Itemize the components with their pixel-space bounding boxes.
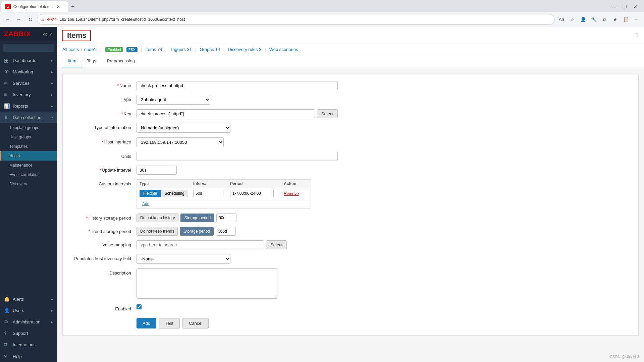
populates-inventory-select[interactable]: -None- bbox=[137, 254, 230, 264]
sidebar-item-dashboards[interactable]: ▦ Dashboards ▸ bbox=[0, 55, 57, 66]
sidebar-item-inventory-label: Inventory bbox=[13, 92, 31, 97]
profile-button[interactable]: 👤 bbox=[578, 15, 588, 24]
interval-input-0[interactable] bbox=[193, 190, 223, 197]
sidebar-sub-item-maintenance[interactable]: Maintenance bbox=[0, 161, 57, 170]
search-input[interactable] bbox=[3, 44, 54, 52]
test-button[interactable]: Test bbox=[159, 318, 180, 328]
history-no-keep-button[interactable]: Do not keep history bbox=[137, 214, 178, 222]
scheduling-button[interactable]: Scheduling bbox=[161, 190, 188, 197]
history-storage-period-button[interactable]: Storage period bbox=[180, 214, 214, 222]
sidebar-sub-item-template-groups[interactable]: Template groups bbox=[0, 123, 57, 132]
history-storage-label: *History storage period bbox=[69, 214, 137, 221]
sidebar-item-services[interactable]: ≡ Services ▸ bbox=[0, 77, 57, 89]
sidebar-item-support[interactable]: ? Support bbox=[0, 327, 57, 339]
history-storage-value-input[interactable] bbox=[216, 214, 236, 222]
help-question-icon[interactable]: ? bbox=[635, 32, 639, 39]
trend-storage-value-input[interactable] bbox=[216, 227, 236, 236]
breadcrumb-triggers-link[interactable]: Triggers 31 bbox=[170, 47, 192, 52]
top-bar: Items ? bbox=[57, 27, 644, 44]
update-interval-label: *Update interval bbox=[69, 166, 137, 173]
collapse-icon[interactable]: ≪ bbox=[43, 32, 48, 37]
breadcrumb-all-hosts[interactable]: All hosts bbox=[62, 47, 79, 52]
sidebar-item-data-collection[interactable]: ⬇ Data collection ▾ bbox=[0, 112, 57, 123]
custom-intervals-label: Custom intervals bbox=[69, 179, 137, 186]
extensions-button[interactable]: 🔧 bbox=[589, 15, 598, 24]
back-button[interactable]: ← bbox=[3, 15, 12, 24]
name-input[interactable] bbox=[137, 81, 338, 90]
sidebar-item-integrations[interactable]: ⧉ Integrations bbox=[0, 339, 57, 351]
sidebar-sub-item-event-correlation[interactable]: Event correlation bbox=[0, 170, 57, 179]
key-input[interactable] bbox=[137, 109, 315, 118]
breadcrumb-divider-4: | bbox=[195, 47, 196, 52]
breadcrumb-web-scenarios-link[interactable]: Web scenarios bbox=[269, 47, 298, 52]
tab-tags[interactable]: Tags bbox=[82, 55, 101, 67]
discovery-label: Discovery bbox=[9, 182, 27, 186]
value-mapping-input[interactable] bbox=[137, 240, 264, 249]
units-label: Units bbox=[69, 152, 137, 159]
period-input-0[interactable] bbox=[230, 190, 274, 197]
administration-icon: ⚙ bbox=[4, 319, 10, 324]
tab-preprocessing[interactable]: Preprocessing bbox=[102, 55, 140, 67]
add-interval-link[interactable]: Add bbox=[140, 200, 152, 208]
favorites-button[interactable]: ★ bbox=[610, 15, 620, 24]
sidebar-sub-item-hosts[interactable]: Hosts bbox=[0, 151, 57, 161]
sidebar-item-administration[interactable]: ⚙ Administration ▸ bbox=[0, 316, 57, 327]
value-mapping-select-button[interactable]: Select bbox=[266, 240, 287, 249]
tab-close-icon[interactable]: ✕ bbox=[57, 4, 60, 9]
sidebar-item-reports[interactable]: 📊 Reports ▸ bbox=[0, 100, 57, 112]
breadcrumb-discovery-rules-link[interactable]: Discovery rules 3 bbox=[228, 47, 262, 52]
reader-mode-button[interactable]: Aa bbox=[557, 15, 566, 24]
sidebar-item-monitoring[interactable]: 👁 Monitoring ▸ bbox=[0, 66, 57, 77]
sidebar-item-help[interactable]: ? Help bbox=[0, 351, 57, 362]
sidebar-item-monitoring-label: Monitoring bbox=[13, 69, 33, 74]
bookmark-button[interactable]: ☆ bbox=[568, 15, 577, 24]
tab-item[interactable]: Item bbox=[62, 55, 82, 67]
forward-button[interactable]: → bbox=[14, 15, 23, 24]
description-textarea[interactable] bbox=[137, 268, 277, 299]
sidebar-sub-item-templates[interactable]: Templates bbox=[0, 142, 57, 151]
remove-link-0[interactable]: Remove bbox=[284, 191, 299, 196]
populates-inventory-label: Populates host inventory field bbox=[69, 254, 137, 261]
type-select[interactable]: Zabbix agent bbox=[137, 95, 210, 105]
update-interval-input[interactable] bbox=[137, 166, 177, 175]
key-select-button[interactable]: Select bbox=[317, 109, 338, 118]
name-label: *Name bbox=[69, 81, 137, 88]
reload-button[interactable]: ↻ bbox=[25, 15, 35, 24]
type-of-info-select[interactable]: Numeric (unsigned) bbox=[137, 123, 230, 133]
cancel-button[interactable]: Cancel bbox=[182, 318, 209, 328]
sidebar-sub-item-discovery[interactable]: Discovery bbox=[0, 179, 57, 189]
trend-storage-period-button[interactable]: Storage period bbox=[180, 227, 214, 236]
data-collection-arrow: ▾ bbox=[51, 116, 53, 119]
address-text[interactable]: 192.168.159.141/items.php?form=create&ho… bbox=[60, 17, 550, 22]
minimize-button[interactable]: — bbox=[609, 2, 619, 11]
sidebar-item-integrations-label: Integrations bbox=[13, 342, 36, 347]
sidebar: ZABBIX ≪ ⤢ ▦ Dashboards ▸ 👁 Monitoring ▸… bbox=[0, 27, 57, 362]
close-browser-button[interactable]: ✕ bbox=[631, 2, 640, 11]
sidebar-item-inventory[interactable]: ≡ Inventory ▸ bbox=[0, 89, 57, 100]
intervals-header: Type Interval Period Action bbox=[137, 180, 311, 188]
enabled-checkbox[interactable] bbox=[137, 304, 142, 309]
add-interval-row: Add bbox=[137, 199, 311, 208]
maximize-button[interactable]: ❐ bbox=[620, 2, 629, 11]
collections-button[interactable]: 📋 bbox=[621, 15, 631, 24]
units-input[interactable] bbox=[137, 152, 338, 161]
sidebar-item-alerts[interactable]: 🔔 Alerts ▸ bbox=[0, 293, 57, 305]
sidebar-sub-item-host-groups[interactable]: Host groups bbox=[0, 132, 57, 142]
more-options-button[interactable]: ··· bbox=[632, 15, 641, 24]
breadcrumb-zbx-badge: ZBX bbox=[126, 47, 138, 52]
breadcrumb-node[interactable]: node1 bbox=[84, 47, 96, 52]
zabbix-logo[interactable]: ZABBIX bbox=[4, 30, 31, 38]
new-tab-button[interactable]: + bbox=[68, 3, 77, 10]
add-button[interactable]: Add bbox=[137, 318, 156, 328]
sidebar-item-users[interactable]: 👤 Users ▸ bbox=[0, 305, 57, 316]
expand-icon[interactable]: ⤢ bbox=[49, 32, 53, 37]
host-interface-select[interactable]: 192.168.159.147:10050 bbox=[137, 137, 224, 147]
security-warning-icon: ⚠ bbox=[41, 17, 45, 22]
flexible-button[interactable]: Flexible bbox=[140, 190, 161, 197]
breadcrumb-graphs-link[interactable]: Graphs 14 bbox=[200, 47, 220, 52]
breadcrumb-items-link[interactable]: Items 74 bbox=[145, 47, 162, 52]
support-icon: ? bbox=[4, 330, 10, 336]
split-view-button[interactable]: ⧉ bbox=[600, 15, 609, 24]
trend-no-keep-button[interactable]: Do not keep trends bbox=[137, 227, 178, 236]
custom-intervals-row: Custom intervals Type Interval Period Ac… bbox=[69, 179, 632, 209]
